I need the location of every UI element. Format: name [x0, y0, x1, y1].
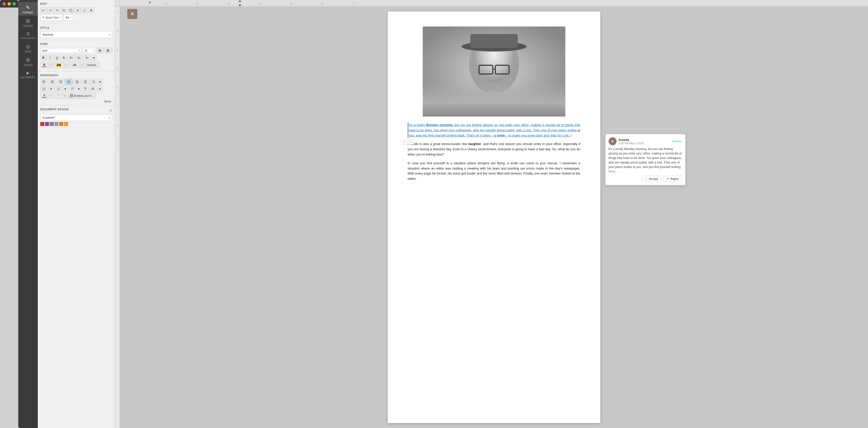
svg-point-71 [454, 92, 534, 117]
line-spacing-dropdown[interactable]: ▾ [98, 79, 102, 85]
comment-toggle-2[interactable]: □ [408, 139, 414, 144]
paragraph-2: A smile is also a great stress-buster, l… [408, 141, 580, 157]
paragraph-section: PARAGRAPH [38, 71, 115, 105]
redo-button[interactable]: ↪ [47, 7, 54, 13]
edit-section: EDIT ↩ ↪ ✂ ⎘ ▾ ⤢ A ✎ Quick Text ▾ [38, 0, 115, 24]
minimize-button[interactable] [7, 2, 11, 5]
more-button[interactable]: More [104, 100, 111, 103]
bold-button[interactable]: B [40, 55, 46, 61]
svg-point-28 [42, 88, 43, 88]
sidebar: ✎ FORMAT ⊞ INSERT ☰ PAGE SETUP ◎ VIEW ⚙ … [18, 0, 38, 428]
text-align-button[interactable] [89, 86, 97, 92]
para-color-dropdown[interactable]: ▾ [48, 93, 53, 99]
undo-button[interactable]: ↩ [40, 7, 46, 13]
char-style-dropdown[interactable]: ▾ [80, 62, 84, 68]
sidebar-item-view[interactable]: ◎ VIEW [18, 41, 38, 55]
font-more-button[interactable]: ▾ [91, 55, 97, 61]
underline-button[interactable]: U [54, 55, 60, 61]
highlight-color-button[interactable]: AB [54, 62, 64, 68]
v-ruler-6: 6 [115, 87, 120, 105]
checklist-dropdown[interactable]: ▾ [76, 86, 82, 92]
highlight-dropdown[interactable]: ▾ [64, 62, 68, 68]
move-button[interactable]: ⤢ [81, 7, 88, 13]
align-center-button[interactable] [49, 79, 56, 85]
font-name-row: arial 11 A+ A− [40, 47, 112, 54]
color-chip-6[interactable] [64, 122, 68, 126]
color-chip-5[interactable] [59, 122, 63, 126]
numbered-list-button[interactable]: 1.2.3. [55, 86, 62, 92]
default-button[interactable]: Default... [85, 62, 100, 68]
document-canvas[interactable]: A [120, 6, 868, 428]
sidebar-item-automate[interactable]: ▶ AUTOMATE [18, 68, 38, 80]
maximize-button[interactable] [12, 2, 16, 5]
comment-toggle-1[interactable]: □ [402, 139, 407, 144]
aa-dropdown[interactable]: AA ▾ [63, 14, 73, 21]
svg-text:7: 7 [353, 2, 354, 4]
bullet-dropdown[interactable]: ▾ [49, 86, 54, 92]
comment-more-link[interactable]: More... [609, 170, 618, 173]
svg-marker-63 [238, 4, 241, 6]
accept-button[interactable]: ✓ Accept [642, 176, 661, 182]
svg-point-29 [42, 89, 43, 89]
font-size-increase-button[interactable]: A+ [97, 47, 104, 54]
svg-text:2: 2 [196, 2, 198, 4]
align-left-button[interactable] [40, 79, 48, 85]
clear-button[interactable]: A [88, 7, 94, 13]
quick-text-dropdown[interactable]: ✎ Quick Text ▾ [40, 14, 63, 21]
text-direction-dropdown[interactable]: ▾ [97, 86, 102, 92]
color-chip-4[interactable] [55, 122, 59, 126]
strikethrough-button[interactable]: S [61, 55, 67, 61]
color-chip-2[interactable] [45, 122, 49, 126]
doc-design-external-link[interactable]: ⊡ [109, 108, 112, 112]
quote-button[interactable]: " [54, 93, 63, 99]
sidebar-item-format[interactable]: ✎ FORMAT [18, 2, 38, 15]
indent-more-button[interactable] [73, 79, 81, 85]
char-style-button[interactable]: AB [69, 62, 80, 68]
paste-dropdown-button[interactable]: ▾ [75, 7, 81, 13]
v-ruler: 2 3 4 5 6 7 8 9 [115, 6, 120, 428]
checklist-button[interactable]: ☑ [69, 86, 75, 92]
font-color-dropdown[interactable]: ▾ [48, 62, 53, 68]
paragraph-3: In case you find yourself in a situation… [408, 161, 580, 182]
borders-button[interactable]: Borders and S... [68, 93, 96, 99]
sidebar-item-page-setup[interactable]: ☰ PAGE SETUP [18, 29, 38, 41]
doc-design-select[interactable]: Custom* [40, 114, 112, 121]
highlight-color-group: AB ▾ [54, 62, 68, 68]
style-select[interactable]: Normal [40, 31, 112, 38]
font-select[interactable]: arial [40, 48, 82, 53]
sidebar-item-label: TOOLS [24, 64, 33, 66]
font-color-button[interactable]: A [40, 62, 48, 68]
font-size-decrease-button[interactable]: A− [105, 47, 112, 54]
color-chip-3[interactable] [50, 122, 54, 126]
document-page[interactable]: It's a lovely Monday morning, but you ar… [388, 11, 600, 423]
more-btn-wrap: More [40, 100, 112, 103]
line-spacing-button[interactable] [90, 79, 97, 85]
cut-button[interactable]: ✂ [54, 7, 61, 13]
svg-text:6: 6 [322, 2, 323, 4]
italic-button[interactable]: I [47, 55, 53, 61]
paste-button[interactable] [67, 7, 74, 13]
indent-less-button[interactable] [82, 79, 89, 85]
para-color-button[interactable]: A [40, 93, 48, 99]
window-controls[interactable] [2, 2, 16, 5]
color-chip-1[interactable] [40, 122, 44, 126]
svg-point-30 [42, 90, 43, 90]
sidebar-item-insert[interactable]: ⊞ INSERT [18, 15, 38, 29]
font-size-select[interactable]: 11 [83, 48, 96, 53]
small-caps-button[interactable]: As [83, 55, 91, 61]
check-icon: ✓ [645, 177, 648, 181]
close-button[interactable] [2, 2, 6, 5]
quote-dropdown[interactable]: ▾ [63, 93, 67, 99]
superscript-button[interactable]: A² [67, 55, 74, 61]
h-ruler: 1 2 3 4 5 6 7 [120, 0, 868, 6]
pilcrow-button[interactable]: ¶ [82, 86, 88, 92]
subscript-button[interactable]: A₂ [75, 55, 83, 61]
align-justify-button[interactable] [65, 79, 72, 85]
canvas-avatar: A [127, 9, 137, 19]
numbered-dropdown[interactable]: ▾ [63, 86, 68, 92]
bullet-list-button[interactable] [40, 86, 48, 92]
copy-button[interactable]: ⎘ [61, 7, 67, 13]
align-right-button[interactable] [57, 79, 64, 85]
sidebar-item-tools[interactable]: ⚙ TOOLS [18, 55, 38, 68]
reject-button[interactable]: ✕ Reject [663, 176, 682, 182]
